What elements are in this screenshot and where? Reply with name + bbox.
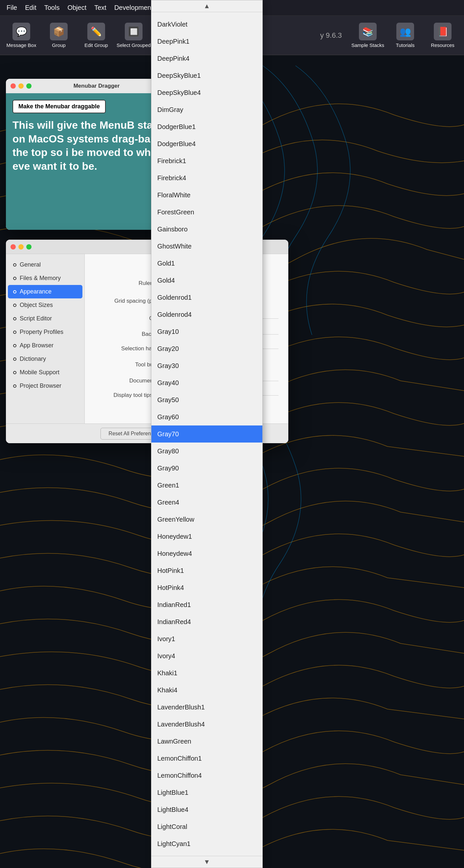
- dropdown-item[interactable]: Green4: [151, 494, 262, 511]
- dropdown-item[interactable]: LightBlue1: [151, 784, 262, 801]
- editgroup-icon: ✏️: [87, 23, 105, 40]
- dropdown-item[interactable]: Gray90: [151, 460, 262, 477]
- dropdown-item[interactable]: DimGray: [151, 101, 262, 118]
- dropdown-item[interactable]: LawnGreen: [151, 733, 262, 750]
- dropdown-item[interactable]: DarkTurquoise: [151, 12, 262, 16]
- menu-object[interactable]: Object: [67, 4, 86, 11]
- dropdown-item[interactable]: HotPink1: [151, 562, 262, 579]
- tutorials-icon: 👥: [396, 23, 414, 40]
- sidebar-dot-script-editor: [13, 317, 17, 320]
- dropdown-item[interactable]: Firebrick4: [151, 169, 262, 186]
- pref-maximize-btn[interactable]: [26, 244, 32, 249]
- dropdown-item[interactable]: Firebrick1: [151, 152, 262, 169]
- resources-icon: 📕: [434, 23, 452, 40]
- dropdown-item[interactable]: Gray60: [151, 408, 262, 426]
- dropdown-item[interactable]: Gray20: [151, 340, 262, 357]
- dropdown-item[interactable]: Khaki4: [151, 682, 262, 699]
- toolbar-selectgrouped-label: Select Grouped: [117, 42, 151, 48]
- dragger-window-title: Menubar Dragger: [34, 83, 159, 89]
- dropdown-item[interactable]: Khaki1: [151, 664, 262, 682]
- dragger-maximize-btn[interactable]: [26, 83, 32, 89]
- dropdown-item[interactable]: IndianRed4: [151, 613, 262, 630]
- sidebar-item-object-sizes[interactable]: Object Sizes: [8, 299, 83, 312]
- dropdown-item[interactable]: DeepPink1: [151, 33, 262, 50]
- dropdown-item[interactable]: GreenYellow: [151, 511, 262, 528]
- dropdown-item[interactable]: Goldenrod4: [151, 306, 262, 323]
- dropdown-item[interactable]: DodgerBlue4: [151, 135, 262, 152]
- dropdown-item[interactable]: Gray40: [151, 374, 262, 391]
- pref-minimize-btn[interactable]: [19, 244, 24, 249]
- dropdown-item[interactable]: GhostWhite: [151, 238, 262, 255]
- toolbar-tutorials[interactable]: 👥 Tutorials: [387, 19, 423, 52]
- menu-text[interactable]: Text: [94, 4, 106, 11]
- dropdown-item[interactable]: Gray30: [151, 357, 262, 374]
- dropdown-item[interactable]: LemonChiffon1: [151, 750, 262, 767]
- dropdown-scroll-down[interactable]: ▼: [151, 856, 262, 868]
- sidebar-dot-files: [13, 277, 17, 280]
- dropdown-item[interactable]: LavenderBlush4: [151, 716, 262, 733]
- sidebar-label-dictionary: Dictionary: [20, 355, 46, 363]
- group-icon: 📦: [50, 23, 68, 40]
- dropdown-item[interactable]: IndianRed1: [151, 596, 262, 613]
- sidebar-item-appearance[interactable]: Appearance: [8, 285, 83, 299]
- sidebar-label-object-sizes: Object Sizes: [20, 302, 53, 309]
- pref-close-btn[interactable]: [10, 244, 16, 249]
- sidebar-item-property-profiles[interactable]: Property Profiles: [8, 326, 83, 339]
- dropdown-item[interactable]: LightCyan1: [151, 835, 262, 852]
- sidebar-label-general: General: [20, 261, 41, 268]
- sidebar-item-files-memory[interactable]: Files & Memory: [8, 272, 83, 285]
- sidebar-dot-dictionary: [13, 358, 17, 361]
- toolbar-group[interactable]: 📦 Group: [41, 19, 77, 52]
- dropdown-item[interactable]: DeepSkyBlue4: [151, 84, 262, 101]
- menu-development[interactable]: Development: [114, 4, 153, 11]
- color-dropdown: ▲ DarkOrchid1DarkOrchid4DarkRedDarkSalmo…: [151, 0, 263, 868]
- dropdown-item[interactable]: LavenderBlush1: [151, 699, 262, 716]
- toolbar-editgroup[interactable]: ✏️ Edit Group: [78, 19, 114, 52]
- menu-file[interactable]: File: [6, 4, 17, 11]
- sidebar-item-dictionary[interactable]: Dictionary: [8, 352, 83, 366]
- dropdown-item[interactable]: ForestGreen: [151, 204, 262, 221]
- dropdown-item[interactable]: LightBlue4: [151, 801, 262, 818]
- dragger-minimize-btn[interactable]: [19, 83, 24, 89]
- dragger-close-btn[interactable]: [10, 83, 16, 89]
- dropdown-item[interactable]: Honeydew1: [151, 528, 262, 545]
- menu-edit[interactable]: Edit: [25, 4, 36, 11]
- dropdown-item[interactable]: DodgerBlue1: [151, 118, 262, 135]
- sidebar-item-mobile-support[interactable]: Mobile Support: [8, 366, 83, 379]
- dropdown-item[interactable]: LemonChiffon4: [151, 767, 262, 784]
- dropdown-item[interactable]: Ivory4: [151, 647, 262, 664]
- dropdown-item[interactable]: Ivory1: [151, 630, 262, 647]
- sidebar-item-general[interactable]: General: [8, 258, 83, 272]
- sidebar-dot-appearance: [13, 290, 17, 293]
- dropdown-item[interactable]: Honeydew4: [151, 545, 262, 562]
- dropdown-item[interactable]: Gainsboro: [151, 221, 262, 238]
- dropdown-item[interactable]: Gray80: [151, 442, 262, 460]
- toolbar-messagebox[interactable]: 💬 Message Box: [3, 19, 39, 52]
- dropdown-item[interactable]: Gray10: [151, 323, 262, 340]
- toolbar-resources[interactable]: 📕 Resources: [425, 19, 461, 52]
- dropdown-item[interactable]: Gray70: [151, 426, 262, 442]
- dropdown-item[interactable]: FloralWhite: [151, 186, 262, 204]
- sidebar-dot-project-browser: [13, 384, 17, 388]
- dropdown-item[interactable]: Gray50: [151, 391, 262, 408]
- dropdown-item[interactable]: Goldenrod1: [151, 289, 262, 306]
- dropdown-item[interactable]: DeepPink4: [151, 50, 262, 67]
- dragger-button[interactable]: Make the Menubar draggable: [12, 100, 106, 113]
- dropdown-item[interactable]: DeepSkyBlue1: [151, 67, 262, 84]
- sidebar-item-script-editor[interactable]: Script Editor: [8, 312, 83, 326]
- sidebar-item-project-browser[interactable]: Project Browser: [8, 379, 83, 393]
- toolbar-samplestacks[interactable]: 📚 Sample Stacks: [350, 19, 386, 52]
- dropdown-item[interactable]: Gold1: [151, 255, 262, 272]
- dropdown-item[interactable]: LightCoral: [151, 818, 262, 835]
- dropdown-item[interactable]: Gold4: [151, 272, 262, 289]
- menu-tools[interactable]: Tools: [44, 4, 60, 11]
- messagebox-icon: 💬: [12, 23, 30, 40]
- dropdown-item[interactable]: DarkViolet: [151, 16, 262, 33]
- dropdown-item[interactable]: Green1: [151, 477, 262, 494]
- dropdown-item[interactable]: LightCyan4: [151, 852, 262, 856]
- selectgrouped-icon: 🔲: [125, 23, 143, 40]
- toolbar-selectgrouped[interactable]: 🔲 Select Grouped: [116, 19, 152, 52]
- dropdown-item[interactable]: HotPink4: [151, 579, 262, 596]
- dropdown-scroll-up[interactable]: ▲: [151, 0, 262, 12]
- sidebar-item-app-browser[interactable]: App Browser: [8, 339, 83, 352]
